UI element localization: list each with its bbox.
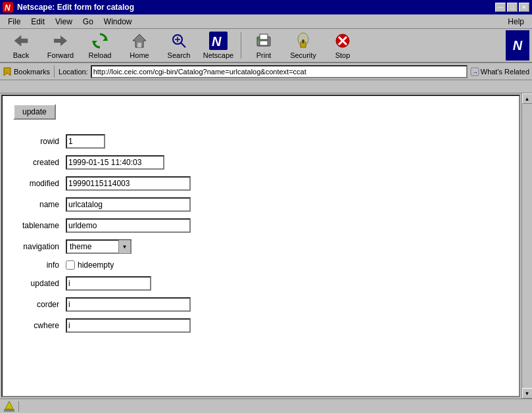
back-icon bbox=[12, 32, 30, 50]
stop-button[interactable]: Stop bbox=[324, 30, 361, 61]
svg-marker-26 bbox=[4, 68, 11, 76]
home-icon bbox=[130, 32, 149, 50]
svg-marker-3 bbox=[14, 36, 28, 46]
toolbar: Back Forward Reload Home bbox=[0, 29, 532, 63]
netscape-button[interactable]: N Netscape bbox=[200, 30, 237, 61]
content-area: update rowid created modified name bbox=[1, 95, 520, 397]
name-row: name bbox=[13, 197, 508, 212]
menu-window[interactable]: Window bbox=[99, 16, 137, 28]
created-label: created bbox=[13, 158, 66, 167]
svg-marker-4 bbox=[54, 36, 67, 46]
navigation-value: theme bbox=[67, 242, 118, 251]
url-input[interactable] bbox=[91, 65, 468, 78]
name-input[interactable] bbox=[66, 197, 191, 212]
svg-text:N: N bbox=[5, 3, 11, 12]
tablename-row: tablename bbox=[13, 218, 508, 233]
navigation-row: navigation theme ▼ bbox=[13, 239, 508, 254]
update-button[interactable]: update bbox=[13, 104, 56, 120]
toolbar-separator bbox=[241, 32, 241, 59]
menu-view[interactable]: View bbox=[50, 16, 78, 28]
name-label: name bbox=[13, 200, 66, 209]
hideempty-label: hideempty bbox=[78, 260, 114, 270]
scroll-track[interactable] bbox=[522, 104, 533, 388]
edit-form: update rowid created modified name bbox=[13, 104, 508, 333]
cwhere-input[interactable] bbox=[66, 318, 191, 333]
svg-text:→: → bbox=[472, 69, 478, 76]
app-icon: N bbox=[3, 2, 13, 12]
reload-button[interactable]: Reload bbox=[82, 30, 118, 61]
svg-point-18 bbox=[258, 38, 260, 40]
modified-input[interactable] bbox=[66, 176, 191, 191]
update-row: update bbox=[13, 104, 508, 128]
modified-label: modified bbox=[13, 179, 66, 188]
tablename-label: tablename bbox=[13, 221, 66, 230]
status-bar bbox=[0, 399, 532, 413]
location-label: Location: bbox=[59, 68, 88, 76]
rowid-label: rowid bbox=[13, 137, 66, 146]
corder-input[interactable] bbox=[66, 297, 191, 312]
created-row: created bbox=[13, 155, 508, 170]
info-label: info bbox=[13, 260, 66, 270]
location-bar: Bookmarks Location: → What's Related bbox=[0, 63, 532, 80]
security-icon bbox=[294, 32, 312, 50]
svg-rect-22 bbox=[302, 41, 304, 43]
close-button[interactable]: ✕ bbox=[519, 3, 529, 12]
main-area: update rowid created modified name bbox=[0, 93, 532, 399]
menu-file[interactable]: File bbox=[3, 16, 26, 28]
window-title: Netscape: Edit form for catalog bbox=[17, 3, 134, 12]
navigation-dropdown-arrow[interactable]: ▼ bbox=[118, 240, 130, 253]
hideempty-checkbox[interactable] bbox=[66, 260, 75, 270]
corder-row: corder bbox=[13, 297, 508, 312]
menu-help[interactable]: Help bbox=[502, 16, 529, 28]
whats-related-icon: → bbox=[470, 67, 479, 76]
title-bar: N Netscape: Edit form for catalog — □ ✕ bbox=[0, 0, 532, 14]
rowid-row: rowid bbox=[13, 134, 508, 149]
stop-icon bbox=[333, 32, 352, 50]
cwhere-label: cwhere bbox=[13, 321, 66, 330]
window-controls: — □ ✕ bbox=[495, 3, 529, 12]
navigation-label: navigation bbox=[13, 242, 66, 251]
forward-icon bbox=[51, 32, 70, 50]
menu-bar: File Edit View Go Window Help bbox=[0, 14, 532, 29]
svg-rect-17 bbox=[260, 41, 268, 45]
rowid-input[interactable] bbox=[66, 134, 105, 149]
updated-input[interactable] bbox=[66, 276, 151, 291]
maximize-button[interactable]: □ bbox=[507, 3, 518, 12]
personal-toolbar bbox=[0, 80, 532, 93]
status-icon bbox=[3, 400, 16, 413]
svg-rect-16 bbox=[260, 34, 268, 39]
svg-line-10 bbox=[181, 43, 185, 47]
cwhere-row: cwhere bbox=[13, 318, 508, 333]
status-divider bbox=[18, 401, 19, 412]
navigation-select[interactable]: theme ▼ bbox=[66, 239, 132, 254]
vertical-scrollbar: ▲ ▼ bbox=[521, 93, 532, 399]
back-button[interactable]: Back bbox=[3, 30, 39, 61]
scroll-up-button[interactable]: ▲ bbox=[522, 93, 533, 104]
reload-icon bbox=[91, 32, 109, 50]
search-icon bbox=[170, 32, 188, 50]
bookmarks-button[interactable]: Bookmarks bbox=[3, 67, 50, 76]
forward-button[interactable]: Forward bbox=[42, 30, 79, 61]
updated-row: updated bbox=[13, 276, 508, 291]
menu-go[interactable]: Go bbox=[78, 16, 99, 28]
tablename-input[interactable] bbox=[66, 218, 191, 233]
netscape-logo: N bbox=[506, 30, 529, 61]
security-button[interactable]: Security bbox=[285, 30, 322, 61]
svg-rect-30 bbox=[4, 409, 14, 412]
svg-rect-8 bbox=[137, 43, 141, 47]
svg-text:N: N bbox=[212, 34, 222, 49]
updated-label: updated bbox=[13, 279, 66, 288]
print-button[interactable]: Print bbox=[245, 30, 282, 61]
search-button[interactable]: Search bbox=[160, 30, 197, 61]
whats-related-button[interactable]: → What's Related bbox=[470, 67, 529, 76]
modified-row: modified bbox=[13, 176, 508, 191]
corder-label: corder bbox=[13, 300, 66, 309]
created-input[interactable] bbox=[66, 155, 164, 170]
home-button[interactable]: Home bbox=[121, 30, 158, 61]
minimize-button[interactable]: — bbox=[495, 3, 506, 12]
menu-edit[interactable]: Edit bbox=[26, 16, 50, 28]
scroll-down-button[interactable]: ▼ bbox=[522, 388, 533, 399]
hideempty-wrapper: hideempty bbox=[66, 260, 114, 270]
netscape-icon: N bbox=[209, 32, 228, 50]
location-separator bbox=[54, 66, 55, 78]
